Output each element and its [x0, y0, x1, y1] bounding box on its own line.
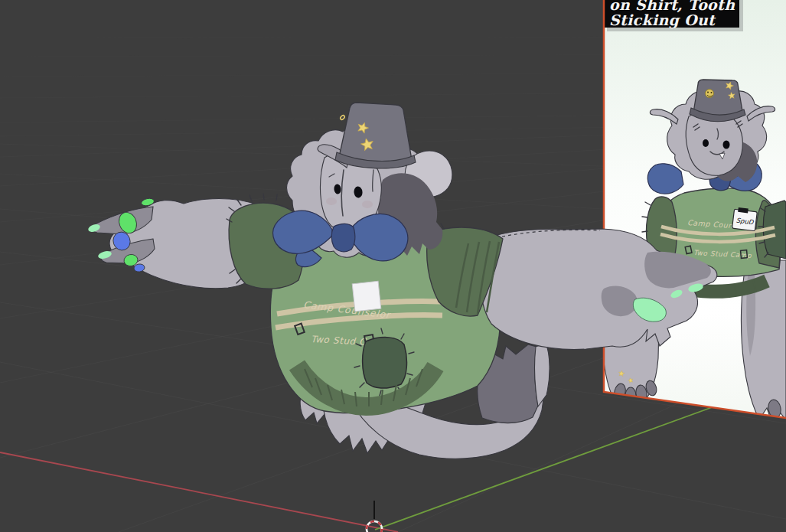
- 3d-viewport[interactable]: Camp Counselor Two Stud Camp SpuD: [0, 0, 786, 532]
- model-bow-knot: [331, 224, 354, 251]
- ref-right-eye: [723, 141, 730, 149]
- model-blush: [362, 201, 373, 208]
- ref-left-eye: [703, 139, 709, 147]
- model-blush: [326, 197, 337, 205]
- model-sweater-patch: [363, 338, 407, 388]
- ref-hat: [693, 80, 742, 116]
- note-banner-line2: Sticking Out: [609, 11, 716, 29]
- reference-image-empty[interactable]: Camp Counselor Two Stud Camp SpuD: [602, 0, 786, 423]
- ref-smiley-icon: [706, 90, 714, 98]
- model-hat: [339, 103, 412, 165]
- model-name-tag: [352, 281, 381, 311]
